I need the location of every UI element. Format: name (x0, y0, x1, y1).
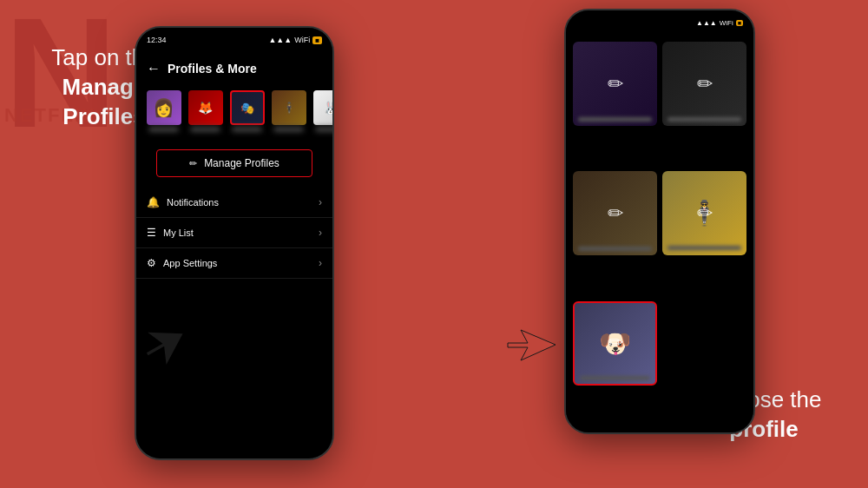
profile-name-1 (578, 117, 652, 122)
avatar-thumb-2: 🦊 (188, 90, 223, 125)
avatar-item-5[interactable]: 🐰 (312, 90, 332, 134)
profile-pencil-1: ✏ (608, 73, 623, 96)
pencil-icon: ✏ (189, 158, 197, 169)
right-phone-status-bar: ▲▲▲ WiFi ■ (566, 10, 753, 35)
appsettings-label: App Settings (163, 258, 217, 268)
avatar-name-4 (273, 127, 304, 132)
phone-header: ← Profiles & More (136, 52, 332, 85)
avatar-face-4: 🕴️ (272, 90, 306, 125)
avatar-name-2 (190, 127, 220, 132)
notifications-chevron: › (319, 196, 322, 208)
svg-marker-1 (508, 330, 556, 360)
back-arrow-icon[interactable]: ← (147, 61, 161, 76)
avatar-thumb-5: 🐰 (313, 90, 333, 125)
notifications-left: 🔔 Notifications (147, 196, 219, 208)
avatar-face-5: 🐰 (313, 90, 333, 125)
right-phone-content: ✏ ✏ ✏ 🕴️ ✏ 🐶 ✏ (566, 35, 753, 432)
profile-pencil-5: ✏ (608, 332, 623, 354)
right-phone: ▲▲▲ WiFi ■ ✏ ✏ ✏ 🕴️ ✏ 🐶 ✏ (564, 9, 755, 434)
avatar-item-1[interactable]: 👩 (145, 90, 182, 134)
avatar-face-3: 🎭 (232, 92, 263, 123)
right-battery-icon: ■ (736, 20, 743, 26)
appsettings-menu-item[interactable]: ⚙ App Settings › (136, 248, 332, 279)
avatar-item-2[interactable]: 🦊 (187, 90, 224, 134)
profile-grid-item-2[interactable]: ✏ (662, 42, 746, 126)
profile-grid-item-3[interactable]: ✏ (573, 171, 657, 255)
status-icons: ▲▲▲ WiFi ■ (268, 36, 322, 44)
appsettings-left: ⚙ App Settings (147, 257, 217, 269)
avatar-item-3[interactable]: 🎭 (228, 90, 266, 134)
profile-name-3 (578, 247, 652, 251)
left-phone-status-bar: 12:34 ▲▲▲ WiFi ■ (136, 28, 332, 52)
avatar-thumb-4: 🕴️ (272, 90, 306, 125)
mylist-left: ☰ My List (147, 227, 194, 239)
profiles-more-title: Profiles & More (168, 62, 257, 76)
right-status-icons: ▲▲▲ WiFi ■ (696, 19, 743, 27)
profile-grid-item-4[interactable]: 🕴️ ✏ (662, 171, 746, 255)
avatar-row: 👩 🦊 🎭 🕴️ (136, 85, 332, 139)
avatar-name-5 (315, 127, 332, 132)
avatar-face-2: 🦊 (188, 90, 223, 125)
appsettings-chevron: › (319, 257, 322, 269)
left-phone-content: ← Profiles & More 👩 🦊 🎭 (136, 52, 332, 458)
profile-grid-item-5-highlighted[interactable]: 🐶 ✏ (573, 301, 657, 386)
mylist-icon: ☰ (147, 227, 156, 239)
arrow-to-manage-profiles (141, 317, 193, 369)
right-signal-icon: ▲▲▲ (696, 19, 717, 27)
arrow-to-profile (503, 326, 564, 365)
left-phone: 12:34 ▲▲▲ WiFi ■ ← Profiles & More 👩 🦊 (135, 26, 334, 460)
avatar-name-1 (148, 127, 179, 132)
profile-pencil-2: ✏ (697, 73, 713, 96)
notifications-menu-item[interactable]: 🔔 Notifications › (136, 188, 332, 218)
avatar-name-3 (232, 127, 262, 132)
signal-icon: ▲▲▲ (268, 36, 292, 44)
svg-marker-0 (141, 318, 192, 369)
mylist-menu-item[interactable]: ☰ My List › (136, 218, 332, 248)
mylist-label: My List (163, 228, 194, 238)
avatar-face-1: 👩 (147, 90, 181, 125)
battery-icon: ■ (312, 36, 322, 44)
appsettings-icon: ⚙ (147, 257, 156, 269)
profile-name-5 (580, 376, 650, 380)
notifications-label: Notifications (167, 197, 219, 208)
profile-grid-item-1[interactable]: ✏ (573, 42, 657, 126)
empty-grid-cell (662, 301, 746, 425)
profile-pencil-3: ✏ (608, 202, 623, 225)
wifi-icon: WiFi (294, 36, 310, 44)
mylist-chevron: › (319, 227, 322, 239)
avatar-item-4[interactable]: 🕴️ (270, 90, 307, 134)
profile-name-4 (667, 246, 741, 250)
manage-profiles-button[interactable]: ✏ Manage Profiles (156, 149, 313, 177)
status-time: 12:34 (147, 36, 167, 44)
right-wifi-icon: WiFi (720, 19, 733, 27)
avatar-thumb-1: 👩 (147, 90, 181, 125)
profile-pencil-4: ✏ (697, 202, 713, 225)
avatar-thumb-3: 🎭 (230, 90, 265, 125)
profile-name-2 (667, 117, 741, 122)
notifications-icon: 🔔 (147, 196, 160, 208)
manage-profiles-btn-label: Manage Profiles (204, 157, 279, 169)
